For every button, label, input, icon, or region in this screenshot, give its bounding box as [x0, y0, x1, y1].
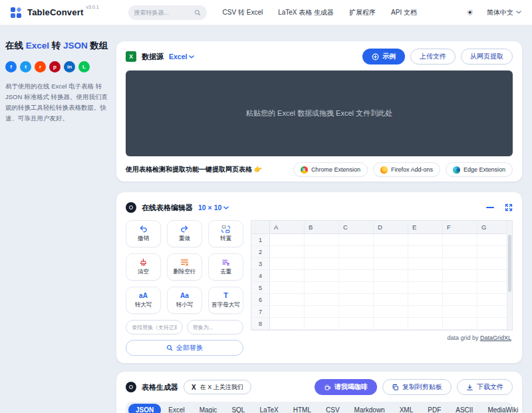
- capitalize-button[interactable]: T首字母大写: [208, 287, 243, 314]
- grid-cell[interactable]: [443, 270, 477, 281]
- grid-cell[interactable]: [443, 258, 477, 269]
- grid-cell[interactable]: [408, 282, 443, 293]
- follow-x-button[interactable]: X 在 X 上关注我们: [184, 380, 251, 394]
- grid-cell[interactable]: [374, 246, 408, 257]
- row-header-4[interactable]: 4: [251, 270, 270, 281]
- row-header-1[interactable]: 1: [251, 234, 270, 245]
- datagridxl-link[interactable]: DataGridXL: [480, 335, 511, 341]
- delete-empty-rows-button[interactable]: 删除空行: [167, 253, 202, 281]
- column-header-a[interactable]: A: [270, 221, 305, 233]
- grid-cell[interactable]: [339, 282, 374, 293]
- column-header-c[interactable]: C: [339, 221, 374, 233]
- grid-cell[interactable]: [408, 318, 443, 329]
- grid-cell[interactable]: [408, 270, 443, 281]
- grid-cell[interactable]: [270, 318, 305, 329]
- tab-xml[interactable]: XML: [392, 404, 421, 413]
- search-input[interactable]: [134, 9, 194, 16]
- chrome-extension-button[interactable]: Chrome Extension: [293, 162, 368, 177]
- excel-dropzone[interactable]: 粘贴您的 Excel 数据或拖拽 Excel 文件到此处: [126, 70, 513, 156]
- fullscreen-expand-icon[interactable]: [505, 204, 513, 211]
- grid-cell[interactable]: [339, 318, 374, 329]
- nav-link[interactable]: CSV 转 Excel: [223, 8, 263, 17]
- grid-cell[interactable]: [305, 318, 339, 329]
- grid-cell[interactable]: [408, 306, 443, 317]
- grid-cell[interactable]: [443, 318, 477, 329]
- twitter-icon[interactable]: t: [20, 61, 31, 72]
- grid-scrollbar[interactable]: [507, 221, 512, 330]
- tab-json[interactable]: JSON: [128, 404, 161, 413]
- grid-cell[interactable]: [339, 306, 374, 317]
- grid-corner[interactable]: [251, 221, 270, 233]
- grid-cell[interactable]: [339, 294, 374, 305]
- row-header-3[interactable]: 3: [251, 258, 270, 269]
- firefox-extension-button[interactable]: Firefox Add-ons: [373, 162, 440, 177]
- clear-button[interactable]: 清空: [126, 253, 161, 281]
- grid-cell[interactable]: [270, 270, 305, 281]
- theme-toggle-sun-icon[interactable]: ☀: [466, 9, 473, 17]
- lowercase-button[interactable]: Aa转小写: [167, 287, 202, 314]
- grid-cell[interactable]: [305, 234, 339, 245]
- grid-cell[interactable]: [374, 294, 408, 305]
- grid-cell[interactable]: [305, 294, 339, 305]
- tab-csv[interactable]: CSV: [319, 404, 347, 413]
- grid-cell[interactable]: [408, 294, 443, 305]
- nav-link[interactable]: 扩展程序: [349, 8, 376, 17]
- column-header-e[interactable]: E: [408, 221, 443, 233]
- download-file-button[interactable]: 下载文件: [457, 379, 513, 395]
- grid-cell[interactable]: [270, 246, 305, 257]
- grid-cell[interactable]: [305, 270, 339, 281]
- replace-input[interactable]: [187, 320, 244, 335]
- grid-cell[interactable]: [374, 306, 408, 317]
- grid-cell[interactable]: [270, 306, 305, 317]
- format-select[interactable]: Excel: [169, 53, 194, 61]
- linkedin-icon[interactable]: in: [64, 61, 75, 72]
- grid-cell[interactable]: [443, 246, 477, 257]
- grid-cell[interactable]: [374, 318, 408, 329]
- copy-to-clipboard-button[interactable]: 复制到剪贴板: [382, 379, 452, 395]
- redo-button[interactable]: 重做: [167, 220, 202, 247]
- tab-excel[interactable]: Excel: [161, 404, 192, 413]
- row-header-8[interactable]: 8: [251, 318, 270, 329]
- tab-markdown[interactable]: Markdown: [347, 404, 392, 413]
- grid-cell[interactable]: [339, 246, 374, 257]
- grid-cell[interactable]: [443, 306, 477, 317]
- grid-cell[interactable]: [305, 306, 339, 317]
- tab-html[interactable]: HTML: [286, 404, 319, 413]
- uppercase-button[interactable]: aA转大写: [126, 287, 161, 314]
- replace-all-button[interactable]: 全部替换: [126, 340, 243, 356]
- grid-scrollbar-thumb[interactable]: [508, 235, 511, 292]
- tab-yaml[interactable]: YAML: [526, 404, 532, 413]
- row-header-7[interactable]: 7: [251, 306, 270, 317]
- grid-cell[interactable]: [374, 270, 408, 281]
- tableconvert-logo-icon[interactable]: [11, 7, 21, 18]
- tab-pdf[interactable]: PDF: [420, 404, 448, 413]
- facebook-icon[interactable]: f: [5, 61, 17, 72]
- row-header-2[interactable]: 2: [251, 246, 270, 257]
- grid-cell[interactable]: [408, 246, 443, 257]
- collapse-minus-icon[interactable]: [486, 204, 494, 211]
- row-header-6[interactable]: 6: [251, 294, 270, 305]
- undo-button[interactable]: 撤销: [126, 220, 161, 247]
- example-button[interactable]: 示例: [362, 49, 405, 65]
- table-size-select[interactable]: 10 × 10: [198, 204, 229, 211]
- dedupe-button[interactable]: 去重: [208, 253, 243, 281]
- tab-sql[interactable]: SQL: [224, 404, 252, 413]
- reddit-icon[interactable]: r: [35, 61, 46, 72]
- line-icon[interactable]: L: [78, 61, 90, 72]
- grid-cell[interactable]: [443, 234, 477, 245]
- tab-magic[interactable]: Magic: [192, 404, 225, 413]
- grid-cell[interactable]: [374, 282, 408, 293]
- search-box[interactable]: [128, 5, 207, 20]
- tab-latex[interactable]: LaTeX: [252, 404, 285, 413]
- grid-cell[interactable]: [339, 258, 374, 269]
- grid-cell[interactable]: [443, 294, 477, 305]
- grid-cell[interactable]: [374, 258, 408, 269]
- grid-cell[interactable]: [270, 258, 305, 269]
- grid-cell[interactable]: [408, 234, 443, 245]
- grid-cell[interactable]: [408, 258, 443, 269]
- column-header-f[interactable]: F: [443, 221, 477, 233]
- grid-cell[interactable]: [339, 234, 374, 245]
- grid-cell[interactable]: [374, 234, 408, 245]
- column-header-b[interactable]: B: [305, 221, 339, 233]
- grid-cell[interactable]: [339, 270, 374, 281]
